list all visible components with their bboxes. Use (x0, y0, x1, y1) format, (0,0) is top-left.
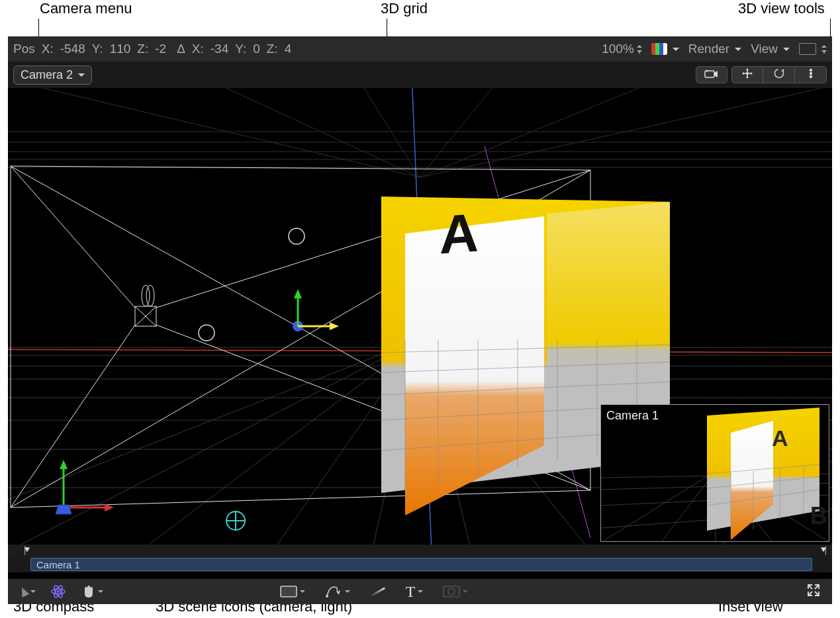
svg-point-40 (146, 285, 154, 306)
chevron-down-icon (30, 590, 36, 596)
svg-line-29 (140, 88, 420, 177)
aspect-menu[interactable] (799, 43, 827, 55)
chevron-down-icon (735, 48, 741, 54)
in-marker-icon[interactable] (24, 545, 30, 556)
camera-icon (704, 68, 719, 82)
brush-icon (371, 587, 385, 597)
timeline-track[interactable]: Camera 1 (8, 556, 832, 572)
chevron-down-icon (98, 590, 103, 596)
svg-text:A: A (772, 425, 788, 451)
pan-icon (741, 67, 753, 83)
orbit-tool-button[interactable] (763, 66, 795, 83)
y-label: Y: (92, 42, 103, 56)
out-marker-icon[interactable] (820, 545, 827, 556)
dy-label: Y: (235, 42, 246, 56)
svg-point-2 (746, 72, 749, 75)
anno-camera-menu: Camera menu (40, 0, 132, 17)
pan-tool[interactable] (81, 584, 103, 599)
timeline-clip[interactable]: Camera 1 (30, 558, 812, 571)
timeline-ruler[interactable] (8, 545, 832, 556)
inset-view[interactable]: Camera 1 (600, 404, 829, 542)
paint-tool[interactable] (370, 591, 386, 593)
svg-line-15 (140, 339, 420, 545)
z-label: Z: (137, 42, 148, 56)
plane-letter: A (440, 202, 479, 265)
svg-rect-0 (705, 71, 714, 77)
svg-point-3 (774, 69, 783, 77)
transform-gizmo (293, 289, 339, 331)
stepper-icon (637, 44, 642, 54)
viewport-3d[interactable]: A Camera 1 (8, 88, 832, 545)
svg-line-78 (601, 471, 716, 542)
svg-line-31 (420, 88, 524, 177)
grid-ceiling (8, 88, 832, 177)
viewport-toolbar: Camera 2 (8, 62, 832, 88)
handle-circle (289, 228, 304, 244)
handle-circle (199, 325, 214, 341)
svg-point-97 (57, 590, 60, 593)
svg-marker-72 (105, 504, 114, 511)
camera-menu-label: Camera 2 (21, 68, 73, 82)
select-tool[interactable] (20, 587, 36, 596)
view-menu[interactable]: View (751, 42, 790, 56)
anno-view-tools: 3D view tools (738, 0, 825, 17)
svg-line-30 (339, 88, 420, 177)
pos-label: Pos (13, 42, 35, 56)
app-window: Pos X:-548 Y:110 Z:-2 Δ X:-34 Y:0 Z:4 10… (8, 36, 832, 579)
svg-point-4 (810, 72, 812, 75)
dolly-tool-button[interactable] (795, 66, 827, 83)
status-position: Pos X:-548 Y:110 Z:-2 Δ X:-34 Y:0 Z:4 (13, 42, 291, 56)
pen-tool[interactable] (325, 584, 350, 599)
x-value: -548 (60, 42, 85, 56)
text-tool[interactable]: T (406, 583, 424, 601)
clip-label: Camera 1 (36, 559, 80, 570)
svg-text:B: B (810, 502, 827, 529)
dz-value: 4 (285, 42, 292, 56)
svg-marker-70 (60, 460, 68, 469)
color-channels-menu[interactable] (651, 43, 679, 55)
svg-point-1 (706, 69, 708, 71)
shape-tool[interactable] (280, 586, 305, 597)
render-menu[interactable]: Render (688, 42, 741, 56)
dz-label: Z: (267, 42, 278, 56)
svg-point-101 (326, 595, 328, 597)
zoom-value: 100% (602, 42, 634, 56)
pan-tool-button[interactable] (731, 66, 763, 83)
stepper-icon (821, 44, 827, 54)
dx-value: -34 (210, 42, 228, 56)
svg-marker-73 (56, 505, 71, 514)
svg-line-32 (420, 88, 736, 177)
chevron-down-icon (673, 48, 679, 54)
light-scene-icon (226, 511, 245, 530)
anno-grid: 3D grid (381, 0, 428, 17)
orbit-icon (773, 67, 785, 83)
mask-tool[interactable] (443, 586, 468, 597)
dy-value: 0 (253, 42, 260, 56)
fullscreen-toggle[interactable] (807, 584, 820, 600)
inset-camera-label: Camera 1 (606, 409, 659, 423)
3d-transform-tool[interactable] (50, 584, 66, 599)
svg-line-43 (11, 166, 135, 308)
svg-marker-50 (330, 322, 339, 330)
svg-rect-99 (281, 586, 297, 597)
cursor-icon (19, 586, 30, 597)
zoom-control[interactable]: 100% (602, 42, 642, 56)
x-label: X: (42, 42, 54, 56)
camera-menu[interactable]: Camera 2 (13, 66, 92, 85)
chevron-down-icon (783, 48, 790, 54)
svg-point-103 (448, 588, 455, 595)
color-swatch-icon (651, 43, 667, 55)
chevron-down-icon (345, 590, 350, 596)
view-label: View (751, 42, 778, 56)
y-value: 110 (110, 42, 131, 56)
render-label: Render (688, 42, 729, 56)
svg-marker-48 (294, 289, 302, 298)
active-camera-button[interactable] (696, 66, 727, 83)
chevron-down-icon (463, 590, 468, 596)
chevron-down-icon (418, 590, 423, 596)
dx-label: X: (192, 42, 204, 56)
svg-point-39 (142, 285, 150, 306)
3d-compass[interactable] (34, 451, 114, 530)
chevron-down-icon (300, 590, 305, 596)
svg-line-28 (8, 88, 420, 177)
